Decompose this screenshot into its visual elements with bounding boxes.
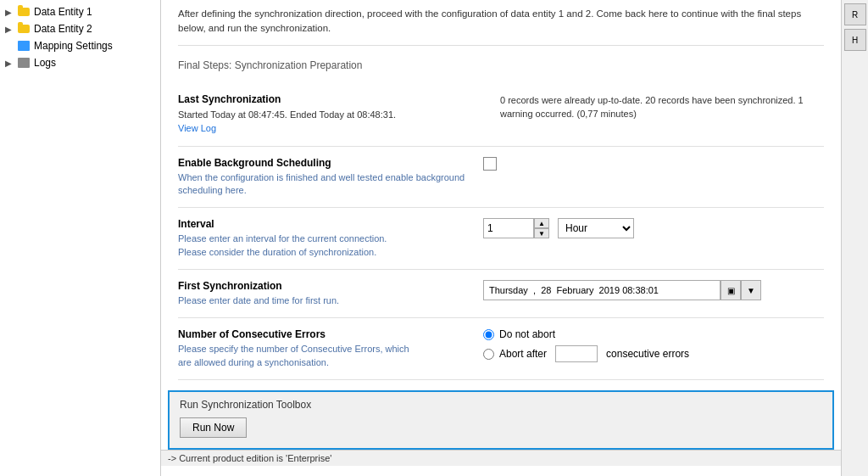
sync-status-text: 0 records were already up-to-date. 20 re… [500, 93, 824, 121]
last-sync-info: Started Today at 08:47:45. Ended Today a… [178, 108, 483, 136]
consecutive-errors-label: Number of Consecutive Errors [178, 328, 483, 340]
date-dropdown-btn[interactable]: ▼ [741, 280, 761, 300]
folder-icon-1 [17, 6, 31, 18]
run-now-button[interactable]: Run Now [180, 417, 247, 438]
radio-do-not-abort-label: Do not abort [499, 328, 555, 340]
interval-label: Interval [178, 218, 483, 230]
expand-icon-1: ▶ [5, 8, 15, 17]
interval-input[interactable] [483, 218, 534, 238]
radio-abort-after-label: Abort after [499, 348, 547, 360]
interval-desc1: Please enter an interval for the current… [178, 232, 483, 245]
consecutive-errors-desc2: are allowed during a synchonisation. [178, 356, 483, 369]
last-sync-label: Last Synchronization [178, 93, 483, 105]
sidebar-label-1: Data Entity 1 [34, 6, 92, 18]
sidebar-label-3: Mapping Settings [34, 40, 113, 52]
sidebar-item-logs[interactable]: ▶ Logs [0, 54, 160, 71]
mapping-icon [17, 40, 31, 52]
bg-sched-label: Enable Background Scheduling [178, 157, 483, 169]
interval-unit-select[interactable]: Hour Minute Day [558, 218, 634, 238]
first-sync-desc: Please enter date and time for first run… [178, 294, 483, 307]
expand-icon-4: ▶ [5, 59, 15, 68]
right-panel: R H [841, 0, 868, 476]
radio-do-not-abort-row: Do not abort [483, 328, 689, 340]
consecutive-errors-input[interactable] [555, 345, 598, 362]
interval-desc2: Please consider the duration of synchron… [178, 246, 483, 259]
interval-row: Interval Please enter an interval for th… [178, 208, 824, 270]
consecutive-errors-suffix: consecutive errors [606, 348, 689, 360]
last-sync-times: Started Today at 08:47:45. Ended Today a… [178, 109, 396, 120]
status-bar: -> Current product edition is 'Enterpris… [161, 450, 841, 466]
last-sync-row: Last Synchronization Started Today at 08… [178, 83, 824, 147]
consecutive-errors-desc1: Please specify the number of Consecutive… [178, 343, 483, 356]
main-content-area: After defining the synchronization direc… [161, 0, 841, 476]
expand-icon-2: ▶ [5, 25, 15, 34]
radio-abort-after[interactable] [483, 349, 494, 360]
sidebar-label-4: Logs [34, 57, 56, 69]
folder-icon-2 [17, 23, 31, 35]
section-title: Final Steps: Synchronization Preparation [178, 59, 824, 71]
consecutive-errors-row: Number of Consecutive Errors Please spec… [178, 318, 824, 380]
sidebar-item-data-entity-1[interactable]: ▶ Data Entity 1 [0, 3, 160, 20]
toolbox-title: Run Synchronization Toolbox [180, 399, 822, 411]
sidebar: ▶ Data Entity 1 ▶ Data Entity 2 Mapping … [0, 0, 161, 476]
date-picker-wrap: ▣ ▼ [483, 280, 761, 300]
date-calendar-btn[interactable]: ▣ [721, 280, 741, 300]
interval-spinner-wrap: ▲ ▼ Hour Minute Day [483, 218, 634, 238]
radio-do-not-abort[interactable] [483, 329, 494, 340]
first-sync-label: First Synchronization [178, 280, 483, 292]
view-log-link[interactable]: View Log [178, 123, 216, 133]
logs-icon [17, 57, 31, 69]
sidebar-label-2: Data Entity 2 [34, 23, 92, 35]
right-panel-btn-r[interactable]: R [844, 3, 866, 25]
bg-sched-desc: When the configuration is finished and w… [178, 171, 483, 198]
bg-scheduling-checkbox[interactable] [483, 157, 497, 171]
consecutive-errors-radio-group: Do not abort Abort after consecutive err… [483, 328, 689, 362]
date-input[interactable] [483, 280, 721, 300]
background-scheduling-row: Enable Background Scheduling When the co… [178, 147, 824, 209]
radio-abort-after-row: Abort after consecutive errors [483, 345, 689, 362]
interval-spinner-btns: ▲ ▼ [534, 218, 549, 238]
interval-down-btn[interactable]: ▼ [534, 228, 549, 238]
right-panel-btn-h[interactable]: H [844, 29, 866, 51]
sidebar-item-mapping-settings[interactable]: Mapping Settings [0, 37, 160, 54]
first-sync-row: First Synchronization Please enter date … [178, 270, 824, 318]
run-toolbox-section: Run Synchronization Toolbox Run Now [168, 390, 834, 450]
interval-up-btn[interactable]: ▲ [534, 218, 549, 228]
intro-text: After defining the synchronization direc… [178, 7, 824, 46]
sidebar-item-data-entity-2[interactable]: ▶ Data Entity 2 [0, 20, 160, 37]
